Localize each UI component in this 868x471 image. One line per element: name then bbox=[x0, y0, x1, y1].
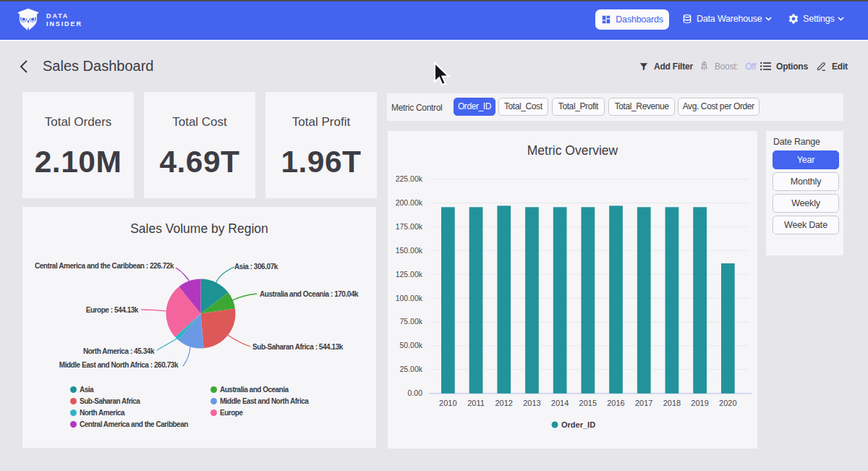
svg-text:2018: 2018 bbox=[663, 399, 681, 407]
svg-text:2010: 2010 bbox=[439, 399, 456, 407]
svg-text:2017: 2017 bbox=[635, 399, 652, 407]
svg-text:2016: 2016 bbox=[607, 399, 624, 407]
svg-text:25.00k: 25.00k bbox=[399, 365, 422, 373]
svg-text:Order_ID: Order_ID bbox=[561, 420, 595, 429]
svg-text:0.00: 0.00 bbox=[408, 389, 423, 397]
svg-text:200.00k: 200.00k bbox=[396, 198, 423, 207]
svg-text:2011: 2011 bbox=[467, 399, 485, 407]
svg-text:175.00k: 175.00k bbox=[396, 222, 423, 231]
svg-text:2014: 2014 bbox=[551, 399, 569, 407]
svg-text:2013: 2013 bbox=[523, 399, 540, 407]
svg-text:75.00k: 75.00k bbox=[399, 317, 422, 326]
svg-text:50.00k: 50.00k bbox=[399, 341, 422, 349]
svg-text:150.00k: 150.00k bbox=[396, 246, 423, 255]
svg-text:125.00k: 125.00k bbox=[396, 270, 423, 279]
svg-text:2015: 2015 bbox=[579, 399, 597, 407]
svg-text:2012: 2012 bbox=[495, 399, 512, 407]
svg-text:2019: 2019 bbox=[691, 399, 708, 407]
svg-text:225.00k: 225.00k bbox=[396, 174, 423, 183]
svg-text:2020: 2020 bbox=[719, 399, 736, 407]
svg-text:100.00k: 100.00k bbox=[396, 294, 423, 302]
